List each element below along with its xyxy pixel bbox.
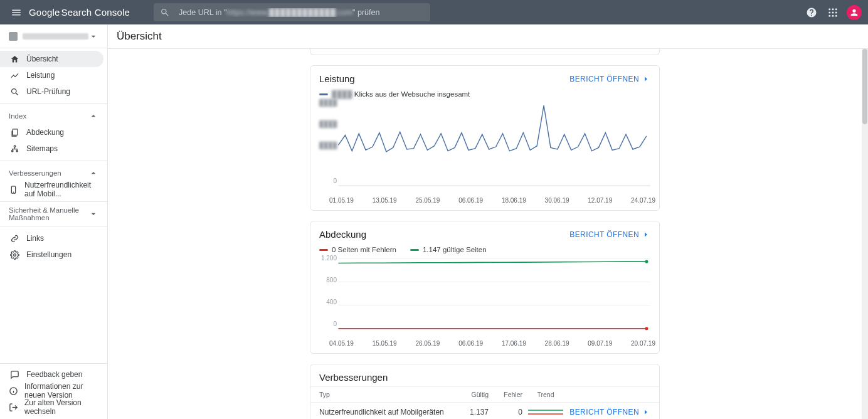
product-logo[interactable]: Google Search Console <box>29 7 130 18</box>
coverage-legend: 0 Seiten mit Fehlern 1.147 gültige Seite… <box>310 243 659 255</box>
card-performance: Leistung BERICHT ÖFFNEN ████ Klicks aus … <box>310 65 660 211</box>
svg-point-3 <box>828 11 830 13</box>
svg-rect-11 <box>13 129 18 134</box>
improvements-row[interactable]: Nutzerfreundlichkeit auf Mobilgeräten 1.… <box>310 403 659 419</box>
logo-bold: Google <box>29 7 60 18</box>
nav-feedback[interactable]: Feedback geben <box>0 366 103 383</box>
content: Leistung BERICHT ÖFFNEN ████ Klicks aus … <box>108 49 862 419</box>
url-search-input[interactable]: Jede URL in "https://www.████████████.co… <box>154 3 430 21</box>
card-title: Verbesserungen <box>319 372 650 383</box>
coverage-xaxis: 04.05.1915.05.1926.05.1906.06.1917.06.19… <box>310 339 659 353</box>
chevron-right-icon <box>642 230 650 239</box>
coverage-chart: 1.2008004000 <box>319 255 650 336</box>
search-placeholder: Jede URL in "https://www.████████████.co… <box>179 8 379 17</box>
sidebar-footer: Feedback geben Informationen zur neuen V… <box>0 363 107 419</box>
previous-card-edge <box>310 49 660 55</box>
nav-performance[interactable]: Leistung <box>0 67 103 83</box>
svg-point-5 <box>835 11 837 13</box>
performance-xaxis: 01.05.1913.05.1925.05.1906.06.1918.06.19… <box>310 196 659 210</box>
nav-label: Leistung <box>26 71 55 80</box>
row-valid: 1.137 <box>455 408 489 416</box>
nav-label: Sitemaps <box>26 144 58 153</box>
svg-point-17 <box>13 253 16 256</box>
svg-point-12 <box>14 145 16 147</box>
svg-point-27 <box>645 327 648 330</box>
nav-sitemaps[interactable]: Sitemaps <box>0 141 103 157</box>
improvements-table-head: Typ Gültig Fehler Trend <box>310 386 659 403</box>
nav-links[interactable]: Links <box>0 230 103 247</box>
apps-button[interactable] <box>823 3 843 23</box>
search-icon <box>160 8 170 18</box>
row-sparkline <box>522 408 569 416</box>
chevron-right-icon <box>642 408 650 416</box>
card-title: Abdeckung <box>319 229 569 240</box>
nav-label: Feedback geben <box>26 370 82 379</box>
nav-url-inspect[interactable]: URL-Prüfung <box>0 83 103 100</box>
trend-icon <box>10 71 19 80</box>
svg-point-1 <box>832 8 834 10</box>
nav-settings[interactable]: Einstellungen <box>0 247 103 263</box>
scrollbar-thumb[interactable] <box>862 49 867 124</box>
chevron-up-icon <box>88 168 98 178</box>
svg-point-14 <box>16 150 18 152</box>
chevron-up-icon <box>88 111 98 121</box>
exit-icon <box>9 403 18 412</box>
svg-point-13 <box>11 150 13 152</box>
open-report-performance[interactable]: BERICHT ÖFFNEN <box>569 75 650 83</box>
pages-icon <box>10 128 19 137</box>
nav-label: Informationen zur neuen Version <box>24 382 95 400</box>
info-icon <box>9 386 18 396</box>
svg-point-4 <box>832 11 834 13</box>
nav-overview[interactable]: Übersicht <box>0 51 103 67</box>
nav-label: Abdeckung <box>26 128 64 137</box>
nav-label: Einstellungen <box>26 250 71 259</box>
chevron-down-icon <box>88 31 98 41</box>
card-improvements: Verbesserungen Typ Gültig Fehler Trend N… <box>310 364 660 419</box>
nav-info[interactable]: Informationen zur neuen Version <box>0 383 103 399</box>
chevron-right-icon <box>642 75 650 83</box>
help-icon <box>806 7 817 18</box>
gear-icon <box>10 250 19 260</box>
svg-point-8 <box>835 14 837 16</box>
link-icon <box>10 234 19 243</box>
logo-rest: Search Console <box>61 7 130 18</box>
property-icon <box>9 32 18 41</box>
account-avatar[interactable] <box>847 5 862 20</box>
nav-label: Übersicht <box>26 55 58 63</box>
open-report-improvement[interactable]: BERICHT ÖFFNEN <box>569 408 650 416</box>
svg-point-2 <box>835 8 837 10</box>
sidebar: Übersicht Leistung URL-Prüfung Index Abd… <box>0 24 108 419</box>
mobile-icon <box>9 185 18 194</box>
nav-label: Zur alten Version wechseln <box>24 398 95 416</box>
chevron-down-icon <box>88 209 98 219</box>
home-icon <box>10 55 19 64</box>
nav-label: Nutzerfreundlichkeit auf Mobil... <box>24 181 95 198</box>
row-errors: 0 <box>489 408 522 416</box>
topbar: Google Search Console Jede URL in "https… <box>0 0 868 24</box>
svg-point-7 <box>832 14 834 16</box>
nav-section-security[interactable]: Sicherheit & Manuelle Maßnahmen <box>0 206 107 222</box>
menu-icon <box>11 7 22 18</box>
nav-coverage[interactable]: Abdeckung <box>0 124 103 141</box>
nav-mobile-usability[interactable]: Nutzerfreundlichkeit auf Mobil... <box>0 181 103 198</box>
svg-point-0 <box>828 8 830 10</box>
menu-toggle[interactable] <box>6 3 26 23</box>
scrollbar[interactable] <box>862 49 868 419</box>
help-button[interactable] <box>802 3 822 23</box>
svg-line-10 <box>16 93 18 95</box>
property-selector[interactable] <box>0 24 107 48</box>
person-icon <box>849 8 859 18</box>
nav-section-improve[interactable]: Verbesserungen <box>0 165 107 181</box>
open-report-coverage[interactable]: BERICHT ÖFFNEN <box>569 230 650 239</box>
page-title: Übersicht <box>117 30 162 43</box>
performance-chart: ████████████0 <box>319 99 650 193</box>
nav-label: URL-Prüfung <box>26 87 70 96</box>
svg-point-28 <box>645 260 648 263</box>
performance-legend: ████ Klicks aus der Websuche insgesamt <box>310 88 659 99</box>
property-name-blurred <box>23 33 88 40</box>
nav-legacy[interactable]: Zur alten Version wechseln <box>0 399 103 415</box>
card-title: Leistung <box>319 73 569 84</box>
nav-section-index[interactable]: Index <box>0 108 107 124</box>
apps-icon <box>827 7 839 18</box>
nav-label: Links <box>26 234 44 243</box>
